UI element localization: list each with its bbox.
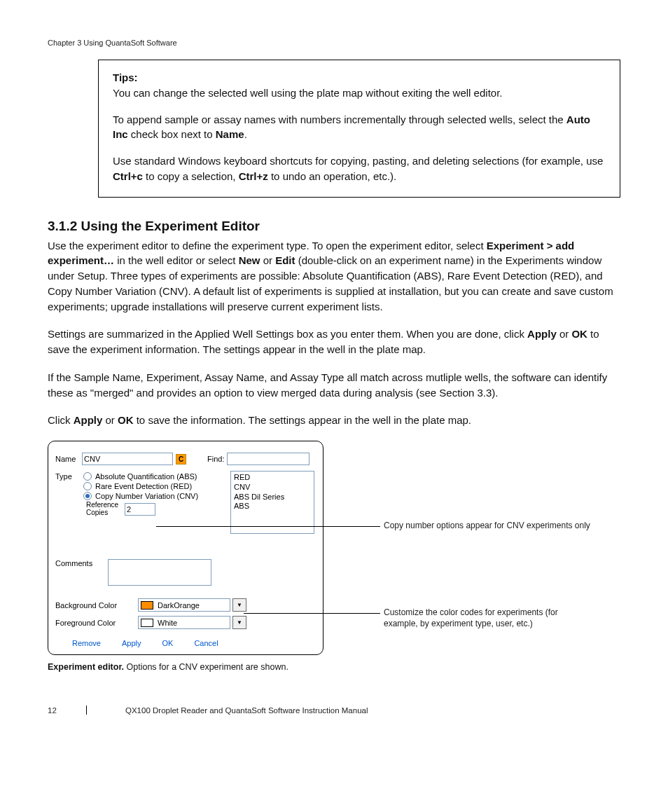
tips-p2d: Name: [216, 128, 244, 140]
tips-p3a: Use standard Windows keyboard shortcuts …: [113, 155, 603, 167]
auto-inc-icon[interactable]: C: [176, 454, 186, 465]
bg-color-dropdown[interactable]: DarkOrange: [138, 598, 230, 612]
tips-box: Tips: You can change the selected well u…: [98, 60, 620, 198]
comments-input[interactable]: [108, 559, 211, 586]
bg-color-label: Background Color: [55, 601, 138, 610]
p2b: Apply: [527, 328, 557, 340]
apply-button[interactable]: Apply: [122, 639, 141, 647]
p2d: OK: [571, 328, 587, 340]
tips-p3b: Ctrl+c: [113, 170, 143, 182]
reference-copies-input[interactable]: [125, 503, 155, 516]
tips-p3d: Ctrl+z: [239, 170, 268, 182]
chevron-down-icon[interactable]: ▼: [232, 616, 246, 629]
p3: If the Sample Name, Experiment, Assay Na…: [48, 370, 620, 401]
page-number: 12: [48, 706, 86, 715]
list-item[interactable]: RED: [234, 473, 311, 483]
p1c: in the well editor or select: [114, 254, 239, 266]
name-input[interactable]: [82, 453, 173, 465]
p4a: Click: [48, 414, 74, 426]
name-label: Name: [55, 455, 82, 463]
list-item[interactable]: ABS Dil Series: [234, 493, 311, 502]
p1d: New: [239, 254, 260, 266]
tips-heading: Tips:: [113, 71, 138, 83]
tips-p3c: to copy a selection,: [143, 170, 239, 182]
fg-color-swatch: [141, 619, 153, 627]
callout-text-1: Copy number options appear for CNV exper…: [384, 521, 594, 532]
p1f: Edit: [275, 254, 295, 266]
list-item[interactable]: ABS: [234, 502, 311, 511]
p2a: Settings are summarized in the Applied W…: [48, 328, 527, 340]
chapter-header: Chapter 3 Using QuantaSoft Software: [48, 39, 620, 47]
section-heading: 3.1.2 Using the Experiment Editor: [48, 219, 620, 234]
fg-color-label: Foreground Color: [55, 619, 138, 627]
find-input[interactable]: [227, 453, 309, 465]
tips-p2a: To append sample or assay names with num…: [113, 113, 566, 125]
type-label: Type: [55, 472, 83, 481]
chevron-down-icon[interactable]: ▼: [232, 598, 246, 612]
comments-label: Comments: [55, 559, 108, 586]
cancel-button[interactable]: Cancel: [194, 639, 218, 647]
figure-caption: Experiment editor. Options for a CNV exp…: [48, 662, 620, 672]
radio-cnv-label: Copy Number Variation (CNV): [95, 492, 198, 500]
fg-color-value: White: [158, 619, 177, 627]
bg-color-swatch: [141, 601, 153, 610]
radio-red[interactable]: [83, 482, 92, 490]
tips-p2e: .: [244, 128, 247, 140]
remove-button[interactable]: Remove: [72, 639, 101, 647]
caption-rest: Options for a CNV experiment are shown.: [124, 662, 288, 672]
callout-line-2: [244, 613, 380, 614]
p1e: or: [260, 254, 275, 266]
tips-p1: You can change the selected well using t…: [113, 87, 502, 99]
ok-button[interactable]: OK: [162, 639, 174, 647]
callout-text-2: Customize the color codes for experiment…: [384, 607, 594, 629]
p4b: Apply: [74, 414, 103, 426]
callout-line-1: [156, 526, 380, 527]
p4d: OK: [118, 414, 134, 426]
experiment-list[interactable]: RED CNV ABS Dil Series ABS: [230, 471, 314, 534]
editor-figure: Name C Find: Type Absolute Quantificatio…: [48, 441, 620, 655]
p1a: Use the experiment editor to define the …: [48, 240, 487, 252]
tips-p2c: check box next to: [128, 128, 216, 140]
radio-abs[interactable]: [83, 472, 92, 481]
reference-copies-label: Reference Copies: [86, 502, 125, 516]
p4c: or: [102, 414, 118, 426]
find-label: Find:: [207, 455, 227, 463]
list-item[interactable]: CNV: [234, 483, 311, 493]
caption-bold: Experiment editor.: [48, 662, 124, 672]
bg-color-value: DarkOrange: [158, 601, 200, 610]
radio-cnv[interactable]: [83, 492, 92, 500]
radio-abs-label: Absolute Quantification (ABS): [95, 472, 197, 481]
radio-red-label: Rare Event Detection (RED): [95, 482, 192, 490]
p2c: or: [557, 328, 572, 340]
experiment-editor-panel: Name C Find: Type Absolute Quantificatio…: [48, 441, 323, 655]
footer-title: QX100 Droplet Reader and QuantaSoft Soft…: [125, 706, 368, 715]
fg-color-dropdown[interactable]: White: [138, 616, 230, 629]
tips-p3e: to undo an operation, etc.).: [268, 170, 396, 182]
p4e: to save the information. The settings ap…: [134, 414, 472, 426]
footer-divider: [86, 706, 87, 715]
